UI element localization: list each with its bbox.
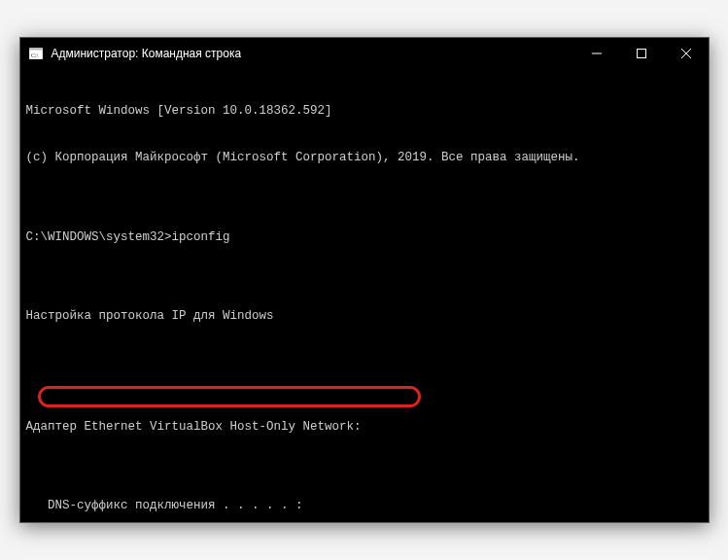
svg-rect-4: [637, 50, 645, 58]
output-line: DNS-суффикс подключения . . . . . :: [26, 498, 703, 513]
highlight-annotation: [38, 386, 421, 407]
titlebar[interactable]: C:\ Администратор: Командная строка: [20, 38, 709, 69]
output-line: Настройка протокола IP для Windows: [26, 308, 703, 324]
app-icon: C:\: [28, 46, 44, 61]
svg-text:C:\: C:\: [31, 52, 39, 58]
close-button[interactable]: [664, 38, 709, 69]
minimize-button[interactable]: [574, 38, 619, 69]
command-prompt-window: C:\ Администратор: Командная строка Micr…: [19, 37, 710, 523]
window-title: Администратор: Командная строка: [52, 47, 574, 60]
prompt-line: C:\WINDOWS\system32>ipconfig: [26, 229, 703, 245]
terminal-output[interactable]: Microsoft Windows [Version 10.0.18362.59…: [20, 69, 709, 522]
adapter-header: Адаптер Ethernet VirtualBox Host-Only Ne…: [26, 419, 703, 435]
window-controls: [574, 38, 709, 69]
output-line: Microsoft Windows [Version 10.0.18362.59…: [26, 103, 703, 119]
maximize-button[interactable]: [619, 38, 664, 69]
svg-rect-1: [29, 48, 43, 51]
output-line: (c) Корпорация Майкрософт (Microsoft Cor…: [26, 150, 703, 165]
